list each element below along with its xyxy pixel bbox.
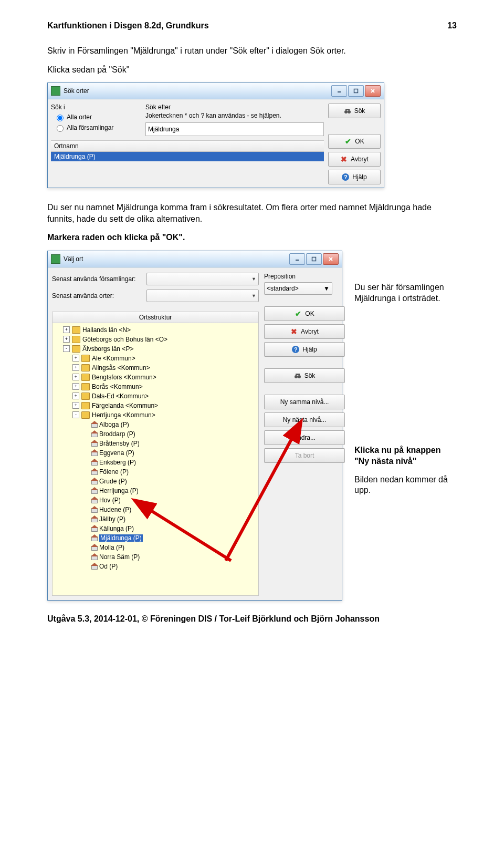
folder-icon — [81, 393, 90, 400]
svg-point-5 — [348, 110, 351, 113]
help-button[interactable]: ? Hjälp — [328, 170, 381, 184]
maximize-button[interactable] — [348, 85, 364, 97]
doc-header-page: 13 — [447, 21, 457, 30]
binoculars-icon — [344, 107, 351, 115]
combo-recent-places[interactable]: ▼ — [146, 290, 259, 302]
folder-icon — [81, 383, 90, 390]
chevron-down-icon: ▼ — [323, 285, 330, 292]
svg-rect-8 — [312, 257, 316, 261]
tree-header: Ortsstruktur — [52, 312, 259, 323]
annotation-arrow-icon — [220, 429, 304, 568]
tree-item[interactable]: Alboga (P) — [54, 420, 257, 429]
minimize-button[interactable] — [289, 253, 305, 265]
house-icon — [91, 554, 97, 560]
house-icon — [91, 525, 97, 532]
help-button[interactable]: ?Hjälp — [264, 342, 345, 357]
tree-branch-icon — [83, 535, 89, 541]
check-icon: ✔ — [295, 310, 302, 317]
tree-item[interactable]: -Älvsborgs län <P> — [54, 344, 257, 354]
expand-icon[interactable]: + — [72, 374, 79, 380]
maximize-button[interactable] — [306, 253, 322, 265]
help-icon: ? — [342, 173, 349, 181]
svg-rect-6 — [345, 109, 350, 110]
tree-branch-icon — [83, 516, 89, 522]
svg-line-14 — [147, 508, 231, 561]
search-button[interactable]: Sök — [264, 368, 345, 383]
expand-icon[interactable]: + — [72, 355, 79, 362]
chevron-down-icon: ▼ — [251, 293, 256, 298]
radio-alla-forsamlingar[interactable]: Alla församlingar — [54, 123, 145, 132]
collapse-icon[interactable]: - — [63, 345, 70, 352]
folder-icon — [81, 364, 90, 371]
tree-item-label: Od (P) — [99, 563, 118, 570]
result-row-selected[interactable]: Mjäldrunga (P) — [51, 152, 324, 161]
label-sok-i: Sök i — [51, 104, 145, 111]
cross-icon: ✖ — [290, 328, 298, 335]
tree-item[interactable]: +Bengtsfors <Kommun> — [54, 373, 257, 382]
house-icon — [91, 535, 97, 541]
expand-icon[interactable]: + — [72, 393, 79, 399]
house-icon — [91, 516, 97, 522]
tree-item-label: Fölene (P) — [99, 468, 129, 476]
dialog2-titlebar: Välj ort — [48, 251, 342, 267]
radio-alla-orter[interactable]: Alla orter — [54, 113, 145, 121]
side-note-2b: Bilden nedan kommer då upp. — [354, 474, 454, 497]
expand-icon[interactable]: + — [72, 383, 79, 390]
ok-button[interactable]: ✔ OK — [328, 134, 381, 149]
tree-item-label: Alingsås <Kommun> — [92, 364, 150, 371]
tree-item[interactable]: +Dals-Ed <Kommun> — [54, 391, 257, 401]
close-button[interactable] — [323, 253, 339, 265]
new-same-level-button[interactable]: Ny samma nivå... — [264, 395, 345, 409]
tree-item[interactable]: +Hallands län <N> — [54, 325, 257, 335]
search-button[interactable]: Sök — [328, 104, 381, 118]
tree-branch-icon — [83, 450, 89, 456]
svg-rect-1 — [354, 89, 358, 93]
dialog1-titlebar: Sök orter — [48, 83, 384, 99]
combo-recent-parishes[interactable]: ▼ — [146, 273, 259, 285]
tree-branch-icon — [83, 459, 89, 465]
cancel-button[interactable]: ✖ Avbryt — [328, 152, 381, 167]
tree-item-label: Älvsborgs län <P> — [82, 345, 133, 353]
expand-icon[interactable]: + — [72, 364, 79, 371]
label-recent-places: Senast använda orter: — [52, 292, 146, 300]
tree-branch-icon — [83, 421, 89, 427]
expand-icon[interactable]: + — [63, 336, 70, 343]
cancel-button[interactable]: ✖Avbryt — [264, 324, 345, 339]
minimize-button[interactable] — [331, 85, 347, 97]
combo-preposition[interactable]: <standard> ▼ — [264, 282, 332, 295]
binoculars-icon — [294, 372, 301, 379]
folder-icon — [81, 374, 90, 381]
tree-item-label: Eggvena (P) — [99, 449, 134, 457]
tree-item[interactable]: -Herrljunga <Kommun> — [54, 410, 257, 420]
house-icon — [91, 431, 97, 437]
search-input[interactable]: Mjäldrunga — [145, 122, 324, 136]
tree-branch-icon — [83, 507, 89, 512]
tree-item[interactable]: +Göteborgs och Bohus län <O> — [54, 335, 257, 344]
mid-text-2: Markera raden och klicka på "OK". — [47, 232, 457, 243]
tree-branch-icon — [83, 563, 89, 569]
tree-item-label: Jällby (P) — [99, 515, 125, 523]
tree-item-label: Färgelanda <Kommun> — [92, 402, 158, 409]
house-icon — [91, 459, 97, 466]
tree-item[interactable]: +Borås <Kommun> — [54, 382, 257, 391]
tree-item-label: Hov (P) — [99, 497, 121, 504]
tree-branch-icon — [83, 478, 89, 484]
tree-item-label: Bengtsfors <Kommun> — [92, 374, 156, 381]
cross-icon: ✖ — [340, 156, 348, 163]
new-next-level-button[interactable]: Ny nästa nivå... — [264, 412, 345, 427]
collapse-icon[interactable]: - — [72, 411, 79, 418]
expand-icon[interactable]: + — [72, 402, 79, 409]
tree-item[interactable]: +Alingsås <Kommun> — [54, 363, 257, 373]
chevron-down-icon: ▼ — [251, 276, 256, 282]
close-button[interactable] — [365, 85, 381, 97]
tree-item-label: Broddarp (P) — [99, 430, 135, 438]
expand-icon[interactable]: + — [63, 326, 70, 333]
tree-item[interactable]: +Ale <Kommun> — [54, 354, 257, 363]
tree-item[interactable]: +Färgelanda <Kommun> — [54, 401, 257, 410]
ok-button[interactable]: ✔OK — [264, 306, 345, 321]
tree-item-label: Grude (P) — [99, 478, 127, 485]
tree-item-label: Herrljunga <Kommun> — [92, 411, 155, 419]
tree-item-label: Mjäldrunga (P) — [99, 534, 143, 542]
tree-branch-icon — [83, 544, 89, 550]
folder-icon — [81, 411, 90, 419]
